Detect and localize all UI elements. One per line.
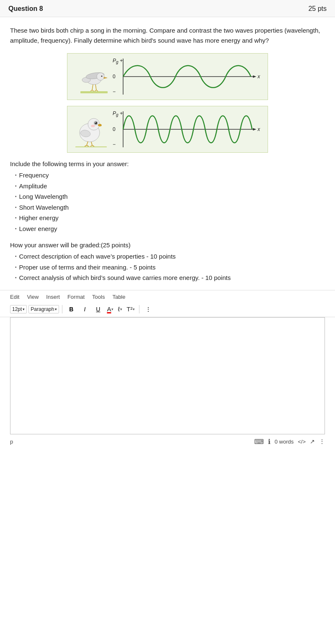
menu-insert[interactable]: Insert xyxy=(46,294,60,300)
font-size-select[interactable]: 12pt ▾ xyxy=(10,305,27,313)
grading-list: Correct description of each wave’s prope… xyxy=(10,251,325,283)
font-color-arrow: ▾ xyxy=(111,307,113,311)
editor-format-bar: 12pt ▾ Paragraph ▾ B I U A ▾ ℓ ▾ T² ▾ ⋮ xyxy=(0,302,335,317)
page-header: Question 8 25 pts xyxy=(0,0,335,17)
more-options-button[interactable]: ⋮ xyxy=(142,304,154,315)
svg-point-21 xyxy=(95,122,96,123)
grading-intro: How your answer will be graded:(25 point… xyxy=(10,241,325,249)
list-item: Long Wavelength xyxy=(15,191,325,202)
paragraph-select[interactable]: Paragraph ▾ xyxy=(28,305,59,313)
seagull-icon xyxy=(72,59,108,95)
bird1-zero-label: 0 xyxy=(113,74,116,80)
list-item: Amplitude xyxy=(15,181,325,192)
svg-line-27 xyxy=(90,145,92,146)
svg-line-26 xyxy=(87,145,89,146)
list-item: Lower energy xyxy=(15,223,325,234)
paragraph-value: Paragraph xyxy=(31,306,54,312)
svg-line-7 xyxy=(95,85,96,90)
points-label: 25 pts xyxy=(308,5,327,13)
bird2-image xyxy=(71,110,108,148)
bird2-zero-label: 0 xyxy=(113,126,116,132)
svg-point-5 xyxy=(101,75,102,77)
list-item: Correct description of each wave’s prope… xyxy=(15,251,325,262)
svg-rect-12 xyxy=(80,91,108,93)
paragraph-chevron: ▾ xyxy=(55,307,57,311)
font-color-button[interactable]: A ▾ xyxy=(106,305,115,313)
grading-section: How your answer will be graded:(25 point… xyxy=(10,241,325,283)
bird2-minus-label: − xyxy=(113,141,116,147)
question-text: These two birds both chirp a song in the… xyxy=(10,26,325,46)
font-size-chevron: ▾ xyxy=(23,307,25,311)
question-label: Question 8 xyxy=(8,5,43,13)
list-item: Higher energy xyxy=(15,213,325,223)
superscript-button[interactable]: T² ▾ xyxy=(125,305,136,313)
highlight-button[interactable]: ℓ ▾ xyxy=(116,305,124,313)
list-item: Short Wavelength xyxy=(15,202,325,213)
svg-line-10 xyxy=(95,90,96,91)
expand-button[interactable]: ↗ xyxy=(310,438,315,445)
svg-point-3 xyxy=(97,73,104,80)
svg-line-24 xyxy=(91,142,92,145)
svg-point-20 xyxy=(95,122,97,124)
svg-line-6 xyxy=(92,85,93,90)
svg-marker-15 xyxy=(253,75,256,78)
svg-line-28 xyxy=(92,145,94,146)
format-divider-1 xyxy=(62,305,62,313)
bird2-diagram: Pg + 0 − x xyxy=(67,106,268,153)
svg-line-8 xyxy=(90,90,92,91)
svg-point-18 xyxy=(88,118,100,130)
terms-intro: Include the following terms in your answ… xyxy=(10,160,325,167)
more-dots-button[interactable]: ⋮ xyxy=(319,438,325,445)
menu-tools[interactable]: Tools xyxy=(92,294,105,300)
highlight-arrow: ▾ xyxy=(120,307,122,311)
svg-line-9 xyxy=(92,90,94,91)
bird1-minus-label: − xyxy=(113,89,116,95)
svg-line-23 xyxy=(87,141,88,145)
editor-status-bar: p ⌨ ℹ 0 words </> ↗ ⋮ xyxy=(0,434,335,449)
status-right: ⌨ ℹ 0 words </> ↗ ⋮ xyxy=(254,438,325,446)
bird1-image xyxy=(71,58,108,95)
bold-button[interactable]: B xyxy=(65,304,77,315)
paragraph-indicator: p xyxy=(10,439,13,445)
word-count: 0 words xyxy=(275,439,294,445)
underline-button[interactable]: U xyxy=(92,304,104,315)
editor-body[interactable] xyxy=(10,317,325,434)
keyboard-icon[interactable]: ⌨ xyxy=(254,438,264,446)
svg-line-11 xyxy=(96,90,98,91)
code-button[interactable]: </> xyxy=(298,439,306,445)
menu-view[interactable]: View xyxy=(27,294,39,300)
svg-marker-32 xyxy=(253,128,256,131)
superscript-arrow: ▾ xyxy=(133,307,135,311)
parrot-icon xyxy=(72,112,108,147)
bird2-wave-chart: Pg + 0 − x xyxy=(112,110,261,148)
terms-section: Include the following terms in your answ… xyxy=(10,160,325,234)
bird1-diagram: Pg + 0 − x xyxy=(67,53,268,100)
menu-edit[interactable]: Edit xyxy=(10,294,19,300)
list-item: Proper use of terms and their meaning. -… xyxy=(15,262,325,273)
svg-marker-4 xyxy=(104,77,107,79)
list-item: Correct analysis of which bird’s sound w… xyxy=(15,272,325,283)
menu-table[interactable]: Table xyxy=(112,294,125,300)
list-item: Frequency xyxy=(15,170,325,181)
format-divider-2 xyxy=(139,305,139,313)
terms-list: Frequency Amplitude Long Wavelength Shor… xyxy=(10,170,325,234)
svg-line-25 xyxy=(85,145,87,146)
birds-diagrams: Pg + 0 − x xyxy=(10,53,325,153)
font-size-value: 12pt xyxy=(12,306,22,312)
bird1-wave-chart: Pg + 0 − x xyxy=(112,58,261,95)
editor-menu-bar: Edit View Insert Format Tools Table xyxy=(0,290,335,302)
italic-button[interactable]: I xyxy=(79,304,90,315)
info-icon[interactable]: ℹ xyxy=(268,438,271,446)
menu-format[interactable]: Format xyxy=(67,294,85,300)
bird1-wave-svg xyxy=(120,58,260,95)
content-area: These two birds both chirp a song in the… xyxy=(0,17,335,283)
svg-point-22 xyxy=(91,125,95,127)
bird2-wave-svg xyxy=(120,110,260,148)
svg-rect-29 xyxy=(75,146,107,147)
